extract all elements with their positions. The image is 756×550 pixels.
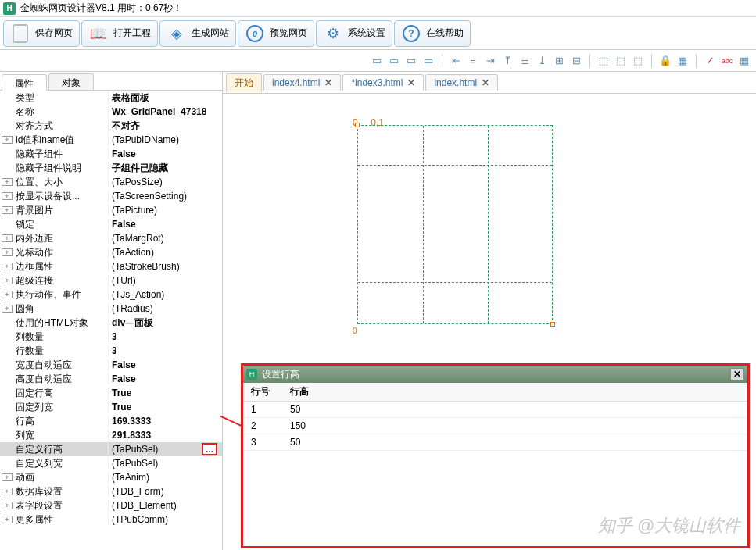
close-icon[interactable]: ✕: [730, 368, 744, 380]
property-row[interactable]: +动画(TaAnim): [0, 470, 222, 484]
prop-value[interactable]: (TaAction): [108, 247, 222, 258]
prop-value[interactable]: 子组件已隐藏: [108, 162, 222, 175]
expand-icon[interactable]: +: [2, 473, 13, 481]
prop-value[interactable]: 表格面板: [108, 91, 222, 105]
table-row[interactable]: 2150: [243, 418, 747, 434]
property-row[interactable]: 行高169.3333: [0, 414, 222, 428]
prop-value[interactable]: div—面板: [108, 316, 222, 330]
expand-icon[interactable]: +: [2, 192, 13, 200]
property-row[interactable]: 自定义行高(TaPubSel)…: [0, 442, 222, 456]
tab-attributes[interactable]: 属性: [2, 74, 47, 91]
expand-icon[interactable]: +: [2, 277, 13, 284]
order-icon[interactable]: ⬚: [631, 54, 645, 68]
align-top-icon[interactable]: ⤒: [500, 54, 514, 68]
tool-icon[interactable]: ▭: [404, 54, 418, 68]
property-row[interactable]: +数据库设置(TDB_Form): [0, 484, 222, 498]
expand-icon[interactable]: +: [2, 234, 13, 242]
prop-value[interactable]: False: [108, 359, 222, 370]
property-row[interactable]: 固定行高True: [0, 386, 222, 400]
prop-value[interactable]: (TaPubSel): [108, 458, 222, 469]
property-row[interactable]: +圆角(TRadius): [0, 302, 222, 316]
property-row[interactable]: 行数量3: [0, 344, 222, 358]
expand-icon[interactable]: +: [2, 516, 13, 523]
row-height[interactable]: 150: [282, 418, 329, 434]
preview-button[interactable]: e 预览网页: [238, 20, 314, 47]
close-tab-icon[interactable]: ✕: [324, 77, 332, 88]
property-row[interactable]: 固定列宽True: [0, 400, 222, 414]
prop-value[interactable]: 169.3333: [108, 416, 222, 427]
prop-value[interactable]: (TJs_Action): [108, 289, 222, 300]
prop-value[interactable]: 291.8333: [108, 430, 222, 441]
close-tab-icon[interactable]: ✕: [407, 77, 415, 88]
expand-icon[interactable]: +: [2, 291, 13, 298]
property-row[interactable]: +超级连接(TUrl): [0, 273, 222, 288]
expand-icon[interactable]: +: [2, 488, 13, 495]
resize-handle[interactable]: [550, 322, 555, 327]
distribute-icon[interactable]: ⊟: [569, 54, 583, 68]
prop-value[interactable]: (TaPicture): [108, 205, 222, 216]
property-row[interactable]: +背景图片(TaPicture): [0, 203, 222, 217]
property-row[interactable]: 高度自动适应False: [0, 372, 222, 386]
property-row[interactable]: 自定义列宽(TaPubSel): [0, 456, 222, 470]
expand-icon[interactable]: +: [2, 136, 13, 144]
prop-value[interactable]: Wx_GridPanel_47318: [108, 106, 222, 117]
prop-value[interactable]: (TDB_Form): [108, 486, 222, 497]
prop-value[interactable]: 3: [108, 331, 222, 342]
property-row[interactable]: 类型表格面板: [0, 91, 222, 105]
ellipsis-button[interactable]: …: [202, 443, 217, 455]
align-center-icon[interactable]: ≡: [466, 54, 480, 68]
resize-handle[interactable]: [355, 123, 360, 127]
abc-icon[interactable]: abc: [720, 54, 734, 68]
property-row[interactable]: 名称Wx_GridPanel_47318: [0, 105, 222, 119]
grid-panel-component[interactable]: [357, 125, 553, 324]
property-row[interactable]: +光标动作(TaAction): [0, 245, 222, 259]
row-height[interactable]: 50: [282, 434, 329, 450]
prop-value[interactable]: (TaPosSize): [108, 177, 222, 188]
property-row[interactable]: 列宽291.8333: [0, 428, 222, 442]
dialog-titlebar[interactable]: H 设置行高 ✕: [243, 366, 747, 383]
property-row[interactable]: +表字段设置(TDB_Element): [0, 498, 222, 512]
property-row[interactable]: +按显示设备设...(TaScreenSetting): [0, 189, 222, 203]
tab-start[interactable]: 开始: [226, 73, 262, 92]
lock-icon[interactable]: 🔒: [658, 54, 672, 68]
tool-icon[interactable]: ▭: [421, 54, 435, 68]
prop-value[interactable]: False: [108, 148, 222, 159]
prop-value[interactable]: (TaMargRot): [108, 233, 222, 244]
property-row[interactable]: 锁定False: [0, 217, 222, 231]
prop-value[interactable]: 不对齐: [108, 120, 222, 133]
file-tab[interactable]: index.html✕: [425, 74, 498, 91]
table-row[interactable]: 350: [243, 434, 747, 451]
prop-value[interactable]: True: [108, 402, 222, 412]
prop-value[interactable]: False: [108, 219, 222, 230]
property-row[interactable]: 对齐方式不对齐: [0, 119, 222, 133]
align-middle-icon[interactable]: ≣: [518, 54, 532, 68]
prop-value[interactable]: 3: [108, 345, 222, 356]
prop-value[interactable]: (TaAnim): [108, 472, 222, 483]
prop-value[interactable]: (TRadius): [108, 303, 222, 314]
property-row[interactable]: +更多属性(TPubComm): [0, 512, 222, 527]
file-tab[interactable]: *index3.html✕: [342, 74, 424, 91]
row-height[interactable]: 50: [282, 402, 329, 417]
prop-value[interactable]: (TaPubSel): [108, 444, 202, 455]
property-row[interactable]: +内外边距(TaMargRot): [0, 231, 222, 245]
order-icon[interactable]: ⬚: [597, 54, 611, 68]
open-project-button[interactable]: 📖 打开工程: [81, 20, 158, 47]
help-button[interactable]: ? 在线帮助: [394, 20, 471, 47]
prop-value[interactable]: False: [108, 373, 222, 384]
expand-icon[interactable]: +: [2, 305, 13, 312]
prop-value[interactable]: (TaPubIDName): [108, 134, 222, 145]
property-row[interactable]: +边框属性(TaStrokeBrush): [0, 259, 222, 273]
grid-icon[interactable]: ▦: [675, 54, 690, 68]
property-row[interactable]: +执行动作、事件(TJs_Action): [0, 288, 222, 302]
file-tab[interactable]: index4.html✕: [263, 74, 341, 91]
property-row[interactable]: +位置、大小(TaPosSize): [0, 175, 222, 189]
distribute-icon[interactable]: ⊞: [552, 54, 566, 68]
prop-value[interactable]: (TaStrokeBrush): [108, 261, 222, 272]
settings-button[interactable]: ⚙ 系统设置: [316, 20, 392, 47]
grid-toggle-icon[interactable]: ▦: [737, 54, 751, 68]
align-right-icon[interactable]: ⇥: [483, 54, 497, 68]
property-row[interactable]: 隐藏子组件说明子组件已隐藏: [0, 161, 222, 175]
expand-icon[interactable]: +: [2, 206, 13, 214]
prop-value[interactable]: (TDB_Element): [108, 500, 222, 511]
property-row[interactable]: +id值和name值(TaPubIDName): [0, 133, 222, 147]
